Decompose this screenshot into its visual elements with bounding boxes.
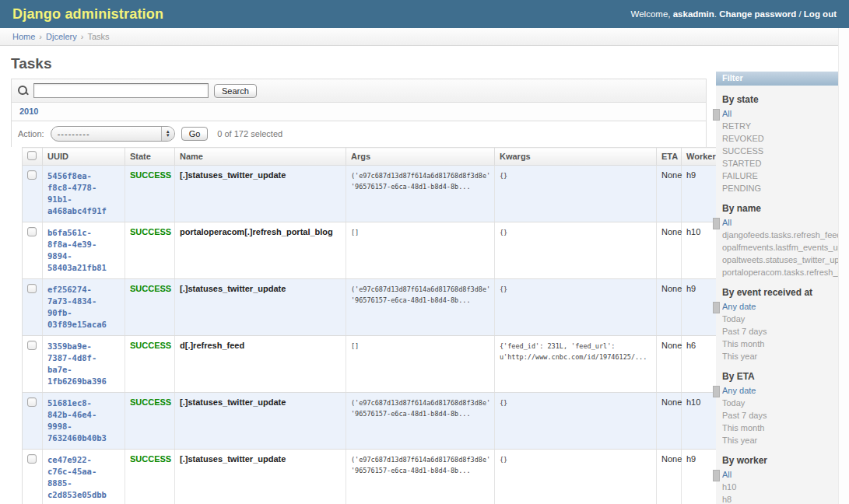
dot: . (714, 9, 717, 19)
filter-option-link[interactable]: Today (722, 314, 745, 324)
filter-section-heading: By name (722, 203, 832, 214)
task-uuid-link[interactable]: 58403a21fb81 (47, 262, 120, 274)
filter-option-link[interactable]: opalfmevents.lastfm_events_update (722, 243, 838, 252)
task-uuid-link[interactable]: 7a73-4834- (47, 296, 120, 307)
action-select[interactable]: --------- ▲▼ (51, 126, 175, 142)
task-uuid-link[interactable]: 3359ba9e- (47, 341, 120, 352)
filter-option: This year (722, 434, 838, 446)
date-hierarchy-year-link[interactable]: 2010 (19, 107, 38, 116)
filter-option: h10 (722, 481, 838, 493)
filter-option-link[interactable]: Any date (722, 386, 756, 395)
args-cell: [] (346, 222, 495, 279)
task-uuid-link[interactable]: 9894- (47, 250, 120, 262)
filter-option: Any date (722, 384, 838, 397)
select-all-header[interactable] (23, 148, 43, 166)
filter-option-link[interactable]: All (722, 470, 731, 479)
breadcrumb-home[interactable]: Home (12, 32, 35, 41)
action-counter: 0 of 172 selected (217, 129, 282, 138)
filter-option-link[interactable]: h10 (722, 482, 736, 492)
uuid-cell: ce47e922-c76c-45aa-8885-c2d853e05dbb (43, 450, 125, 504)
row-select-cell (23, 336, 43, 393)
task-uuid-link[interactable]: 90fb- (47, 307, 120, 319)
eta-cell: None (657, 166, 682, 222)
filter-option-link[interactable]: This month (722, 339, 764, 348)
filter-option-link[interactable]: All (722, 218, 731, 227)
args-cell: ('e97c687d13d87f614a6d81768d8f3d8e','965… (346, 393, 495, 450)
breadcrumb-app[interactable]: Djcelery (46, 32, 77, 41)
select-all-checkbox[interactable] (27, 151, 37, 160)
row-checkbox[interactable] (27, 284, 37, 293)
filter-option-link[interactable]: RETRY (722, 121, 751, 131)
action-label: Action: (18, 129, 44, 138)
column-header-kwargs[interactable]: Kwargs (495, 148, 657, 166)
filter-option: djangofeeds.tasks.refresh_feed (722, 229, 838, 241)
filter-option-link[interactable]: opaltweets.statuses_twitter_update (722, 255, 838, 264)
task-uuid-link[interactable]: 51681ec8- (47, 397, 120, 409)
site-title: Django administration (12, 6, 163, 23)
task-uuid-link[interactable]: 9998- (47, 421, 120, 432)
task-uuid-link[interactable]: c2d853e05dbb (47, 489, 120, 501)
task-uuid-link[interactable]: ba7e- (47, 364, 120, 376)
filter-option-link[interactable]: h8 (722, 495, 731, 504)
task-uuid-link[interactable]: 8f8a-4e39- (47, 239, 120, 250)
state-cell: SUCCESS (125, 336, 175, 393)
go-button[interactable]: Go (181, 127, 209, 141)
column-header-eta[interactable]: ETA (657, 148, 682, 166)
column-header-uuid[interactable]: UUID (43, 148, 125, 166)
row-checkbox[interactable] (27, 227, 37, 236)
filter-option-link[interactable]: This month (722, 423, 764, 432)
task-uuid-link[interactable]: a468abc4f91f (47, 205, 120, 217)
filter-section-heading: By event received at (722, 287, 832, 298)
kwargs-cell: {} (495, 222, 657, 279)
filter-option-link[interactable]: SUCCESS (722, 146, 763, 156)
filter-option-link[interactable]: This year (722, 352, 757, 361)
logout-link[interactable]: Log out (804, 9, 837, 19)
column-header-worker[interactable]: Worker (682, 148, 718, 166)
search-input[interactable] (33, 83, 209, 98)
filter-option: Today (722, 313, 838, 325)
column-header-name[interactable]: Name (175, 148, 346, 166)
change-password-link[interactable]: Change password (719, 9, 796, 19)
row-checkbox[interactable] (27, 454, 37, 464)
task-uuid-link[interactable]: 7387-4d8f- (47, 352, 120, 364)
actions-bar: Action: --------- ▲▼ Go 0 of 172 selecte… (12, 121, 706, 147)
eta-cell: None (657, 279, 682, 336)
task-uuid-link[interactable]: 91b1- (47, 194, 120, 205)
row-checkbox[interactable] (27, 397, 37, 407)
filter-option-link[interactable]: djangofeeds.tasks.refresh_feed (722, 230, 838, 240)
window-scrollbar[interactable] (838, 28, 849, 504)
filter-option-link[interactable]: This year (722, 436, 757, 445)
filter-option: opalfmevents.lastfm_events_update (722, 241, 838, 254)
filter-option-link[interactable]: Any date (722, 302, 756, 311)
filter-option: FAILURE (722, 170, 838, 182)
task-uuid-link[interactable]: ef256274- (47, 284, 120, 296)
task-uuid-link[interactable]: f8c8-4778- (47, 182, 120, 194)
task-uuid-link[interactable]: 03f89e15aca6 (47, 319, 120, 331)
task-uuid-link[interactable]: 1fb6269ba396 (47, 376, 120, 387)
filter-option-link[interactable]: Today (722, 398, 745, 408)
task-uuid-link[interactable]: 5456f8ea- (47, 170, 120, 182)
task-uuid-link[interactable]: 842b-46e4- (47, 409, 120, 421)
row-select-cell (23, 450, 43, 504)
filter-option-link[interactable]: FAILURE (722, 171, 758, 180)
row-checkbox[interactable] (27, 341, 37, 350)
column-header-args[interactable]: Args (346, 148, 495, 166)
task-uuid-link[interactable]: c76c-45aa- (47, 466, 120, 478)
column-header-state[interactable]: State (125, 148, 175, 166)
task-uuid-link[interactable]: 8885- (47, 478, 120, 489)
filter-option-link[interactable]: STARTED (722, 159, 761, 168)
filter-option-link[interactable]: Past 7 days (722, 327, 767, 336)
filter-section-by-name: By nameAlldjangofeeds.tasks.refresh_feed… (716, 203, 838, 278)
filter-option: opaltweets.statuses_twitter_update (722, 254, 838, 266)
args-cell: ('e97c687d13d87f614a6d81768d8f3d8e','965… (346, 450, 495, 504)
filter-option-link[interactable]: Past 7 days (722, 411, 767, 420)
row-checkbox[interactable] (27, 170, 37, 180)
task-uuid-link[interactable]: 7632460b40b3 (47, 432, 120, 444)
filter-option-link[interactable]: PENDING (722, 184, 761, 193)
filter-option-link[interactable]: REVOKED (722, 134, 764, 143)
search-button[interactable]: Search (214, 84, 257, 98)
filter-option-link[interactable]: All (722, 109, 731, 118)
task-uuid-link[interactable]: b6fa561c- (47, 227, 120, 239)
filter-option-link[interactable]: portaloperacom.tasks.refresh_portal (722, 268, 838, 277)
task-uuid-link[interactable]: ce47e922- (47, 454, 120, 466)
